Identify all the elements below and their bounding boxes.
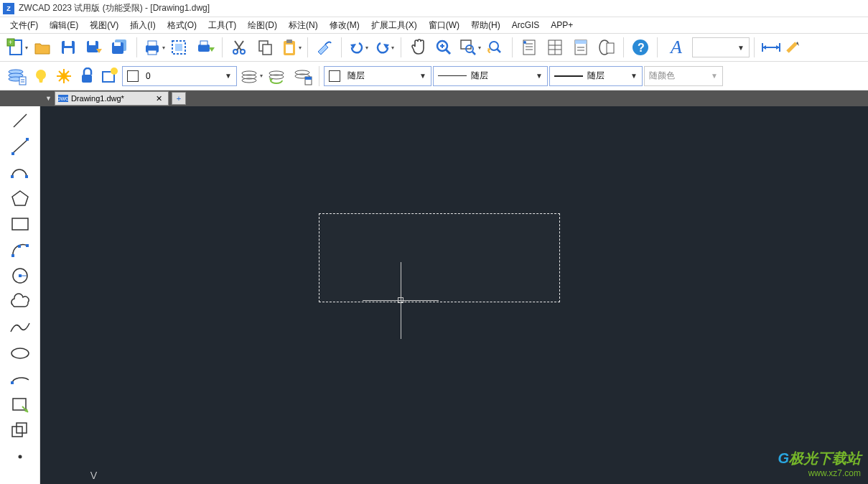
dwg-file-icon: DWG [58, 95, 68, 102]
menu-file[interactable]: 文件(F) [7, 18, 41, 33]
plotstyle-dropdown[interactable]: 随颜色 ▼ [644, 66, 723, 86]
svg-rect-68 [82, 75, 92, 83]
revision-cloud-tool[interactable] [6, 289, 34, 315]
layer-isolate-button[interactable] [99, 64, 121, 88]
svg-rect-83 [26, 138, 29, 141]
svg-point-40 [523, 41, 526, 44]
menu-dimension[interactable]: 标注(N) [286, 18, 321, 33]
print-preview-button[interactable] [167, 35, 192, 60]
construction-line-tool[interactable] [6, 134, 34, 159]
menubar: 文件(F) 编辑(E) 视图(V) 插入(I) 格式(O) 工具(T) 绘图(D… [0, 17, 868, 33]
menu-help[interactable]: 帮助(H) [468, 18, 503, 33]
ellipse-tool[interactable] [6, 340, 34, 366]
document-tab-active[interactable]: DWG Drawing1.dwg* ✕ [55, 91, 169, 106]
polyline-tool[interactable] [6, 159, 34, 185]
match-props-button[interactable] [312, 35, 337, 60]
svg-rect-98 [17, 423, 27, 433]
menu-arcgis[interactable]: ArcGIS [509, 19, 543, 32]
zoom-realtime-button[interactable] [431, 35, 456, 60]
menu-tools[interactable]: 工具(T) [205, 18, 239, 33]
menu-edit[interactable]: 编辑(E) [47, 18, 81, 33]
svg-line-28 [446, 50, 450, 54]
undo-button[interactable]: ▾ [346, 35, 370, 60]
polygon-tool[interactable] [6, 185, 34, 211]
linetype-dropdown[interactable]: 随层 ▼ [433, 66, 548, 86]
saveall-button[interactable] [108, 35, 132, 60]
svg-rect-23 [263, 45, 271, 55]
tool-palette-button[interactable] [569, 35, 593, 60]
svg-rect-26 [286, 45, 293, 53]
menu-app-plus[interactable]: APP+ [548, 19, 576, 32]
text-style-button[interactable]: A [662, 35, 691, 60]
svg-rect-10 [114, 42, 121, 46]
drawing-canvas[interactable]: ⋁ [40, 106, 868, 484]
zoom-window-button[interactable]: ▾ [457, 35, 482, 60]
color-dropdown[interactable]: 随层 ▼ [324, 66, 431, 86]
properties-button[interactable] [517, 35, 541, 60]
make-block-tool[interactable] [6, 418, 34, 444]
point-tool[interactable] [6, 444, 34, 470]
spline-tool[interactable] [6, 315, 34, 340]
svg-rect-15 [175, 44, 182, 51]
linetype-label: 随层 [471, 70, 488, 82]
layer-manager-button[interactable] [4, 64, 29, 88]
layer-walk-button[interactable] [290, 64, 314, 88]
svg-rect-59 [19, 77, 26, 85]
layer-dropdown[interactable]: 0 ▼ [122, 66, 237, 86]
app-icon: Z [3, 3, 14, 14]
color-label: 随层 [347, 70, 365, 82]
text-style-dropdown[interactable]: ▼ [692, 37, 750, 57]
print-button[interactable]: ▾ [141, 35, 166, 60]
circle-tool[interactable] [6, 263, 34, 289]
layer-previous-button[interactable]: ▾ [238, 64, 263, 88]
lineweight-preview-icon [554, 75, 583, 77]
lineweight-dropdown[interactable]: 随层 ▼ [549, 66, 643, 86]
tab-scroll-icon[interactable]: ▼ [42, 95, 55, 102]
menu-ext-tools[interactable]: 扩展工具(X) [368, 18, 420, 33]
standard-toolbar: +▾ ▾ ▾ ▾ ▾ ▾ ? A ▼ [0, 33, 868, 62]
new-tab-button[interactable]: + [172, 92, 186, 105]
titlebar: Z ZWCAD 2023 试用版 (功能受限) - [Drawing1.dwg] [0, 0, 868, 17]
svg-rect-88 [11, 254, 14, 257]
dimension-style-button[interactable] [785, 35, 802, 60]
dimension-tool-button[interactable] [759, 35, 783, 60]
rectangle-tool[interactable] [6, 211, 34, 237]
save-button[interactable] [56, 35, 80, 60]
menu-draw[interactable]: 绘图(D) [245, 18, 280, 33]
menu-view[interactable]: 视图(V) [87, 18, 121, 33]
svg-line-35 [497, 49, 500, 52]
open-file-button[interactable] [30, 35, 55, 60]
copy-button[interactable] [253, 35, 277, 60]
design-center-button[interactable] [543, 35, 567, 60]
svg-line-80 [14, 114, 27, 127]
layer-states-button[interactable] [264, 64, 289, 88]
menu-format[interactable]: 格式(O) [164, 18, 200, 33]
line-tool[interactable] [6, 108, 34, 134]
svg-point-94 [11, 348, 29, 358]
publish-button[interactable] [193, 35, 218, 60]
insert-block-tool[interactable] [6, 392, 34, 418]
tab-close-button[interactable]: ✕ [153, 94, 165, 103]
ellipse-arc-tool[interactable] [6, 366, 34, 392]
zoom-previous-button[interactable] [483, 35, 508, 60]
layer-lock-icon[interactable] [76, 64, 98, 88]
layer-freeze-icon[interactable] [53, 64, 75, 88]
cut-button[interactable] [227, 35, 251, 60]
menu-modify[interactable]: 修改(M) [327, 18, 363, 33]
plotstyle-label: 随颜色 [649, 70, 675, 82]
pan-button[interactable] [406, 35, 430, 60]
arc-tool[interactable] [6, 237, 34, 263]
layer-on-icon[interactable] [30, 64, 52, 88]
new-file-button[interactable]: +▾ [4, 35, 29, 60]
layer-color-swatch [127, 70, 139, 82]
menu-insert[interactable]: 插入(I) [127, 18, 158, 33]
redo-button[interactable]: ▾ [372, 35, 396, 60]
cursor-pickbox [398, 297, 403, 303]
help-button[interactable]: ? [628, 35, 653, 60]
menu-window[interactable]: 窗口(W) [426, 18, 462, 33]
sheet-set-button[interactable] [594, 35, 619, 60]
svg-rect-50 [607, 43, 614, 53]
saveas-button[interactable] [82, 35, 106, 60]
svg-point-99 [18, 455, 22, 459]
paste-button[interactable]: ▾ [279, 35, 303, 60]
